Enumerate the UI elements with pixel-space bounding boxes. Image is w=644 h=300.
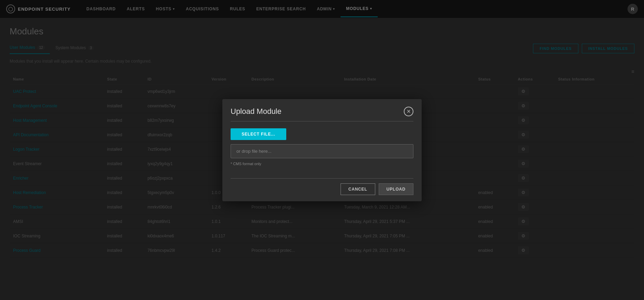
modal-footer: CANCEL UPLOAD <box>222 179 422 201</box>
cancel-button[interactable]: CANCEL <box>341 183 375 195</box>
drop-zone[interactable]: or drop file here... <box>231 144 413 158</box>
upload-module-modal: Upload Module ✕ SELECT FILE... or drop f… <box>222 99 422 201</box>
modal-title: Upload Module <box>231 107 281 116</box>
modal-overlay: Upload Module ✕ SELECT FILE... or drop f… <box>0 0 644 300</box>
modal-header: Upload Module ✕ <box>222 99 422 121</box>
select-file-button[interactable]: SELECT FILE... <box>231 128 286 140</box>
upload-button[interactable]: UPLOAD <box>379 183 413 195</box>
modal-close-button[interactable]: ✕ <box>404 107 413 116</box>
cms-format-note: * CMS format only <box>231 162 413 166</box>
modal-body: SELECT FILE... or drop file here... * CM… <box>222 121 422 173</box>
